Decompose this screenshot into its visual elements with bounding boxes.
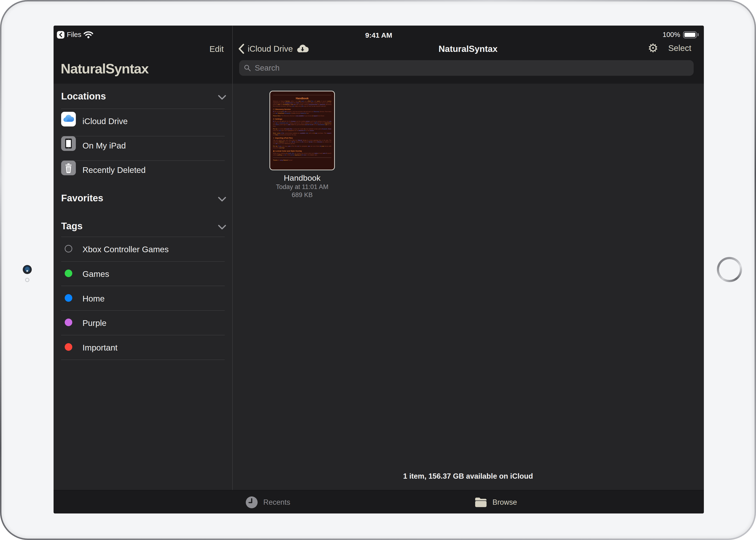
battery-icon xyxy=(683,31,697,38)
tag-circle-purple xyxy=(65,319,72,326)
doc-p: At the top left of the file browser, you… xyxy=(273,111,331,114)
items-status-text: 1 item, 156.37 GB available on iCloud xyxy=(232,472,704,480)
sidebar-item-icloud-drive[interactable]: iCloud Drive xyxy=(83,116,128,126)
sidebar-divider xyxy=(232,26,233,490)
divider xyxy=(61,359,225,360)
chevron-down-icon[interactable] xyxy=(218,95,226,100)
tab-recents[interactable]: Recents xyxy=(245,490,290,513)
divider xyxy=(61,286,225,286)
search-icon xyxy=(244,65,251,71)
home-button[interactable] xyxy=(717,257,742,282)
ambient-light-sensor xyxy=(25,278,29,282)
edit-button[interactable]: Edit xyxy=(54,44,224,54)
tab-recents-label: Recents xyxy=(263,498,290,507)
front-camera xyxy=(23,265,32,274)
doc-p: You can import your own ePub files into … xyxy=(273,140,331,144)
doc-section-icon: ⚙ xyxy=(273,118,275,120)
select-button[interactable]: Select xyxy=(668,43,691,53)
doc-p: Please Note: The Discovery Service is on… xyxy=(273,115,331,117)
doc-p: Welcome to Natural Syntax, within it you… xyxy=(273,100,331,107)
divider xyxy=(61,160,225,161)
doc-p: Thanks for using Natural Syntax! xyxy=(273,159,331,161)
doc-section-icon: ▣ xyxy=(273,150,275,152)
doc-p: At the top right of both the file browse… xyxy=(273,121,331,127)
doc-title: Handbook xyxy=(273,97,331,100)
divider xyxy=(61,335,225,336)
nav-actions: ⚙ Select xyxy=(648,42,691,54)
ipad-device-frame: Files 9:41 AM 100% Edit NaturalSyntax Lo… xyxy=(0,0,756,540)
page-title: NaturalSyntax xyxy=(232,44,704,54)
tab-bar: Recents Browse xyxy=(54,490,704,513)
icloud-drive-icon[interactable] xyxy=(61,112,76,126)
doc-p: Pro tip: If you only have your ePub file… xyxy=(273,145,331,149)
sidebar-app-title: NaturalSyntax xyxy=(61,61,149,76)
divider xyxy=(61,237,225,237)
doc-p: While you're reading your book, you can … xyxy=(273,153,331,156)
tag-circle-games xyxy=(65,270,72,277)
screenshot-stage: { "status_bar": { "back_app": "Files", "… xyxy=(0,0,756,540)
status-bar-right: 100% xyxy=(662,31,699,39)
battery-nub xyxy=(697,33,699,36)
doc-p: Note: some of the customization options … xyxy=(273,132,331,136)
trash-icon[interactable] xyxy=(61,161,76,175)
tab-browse[interactable]: Browse xyxy=(474,490,517,513)
doc-p: Pro tip: a number of people like to setu… xyxy=(273,128,331,131)
file-modified-date: Today at 11:01 AM xyxy=(270,183,335,191)
screen: Files 9:41 AM 100% Edit NaturalSyntax Lo… xyxy=(54,26,704,513)
clock-icon xyxy=(245,496,258,509)
gear-icon[interactable]: ⚙ xyxy=(648,42,659,54)
doc-h: ◫Discovery Service xyxy=(273,108,331,110)
doc-h: ⚙Settings xyxy=(273,118,331,120)
file-thumbnail-handbook[interactable]: HandbookWelcome to Natural Syntax, withi… xyxy=(270,91,335,170)
chevron-down-icon[interactable] xyxy=(218,197,226,202)
sidebar-item-tag-home[interactable]: Home xyxy=(83,294,104,303)
section-header-tags[interactable]: Tags xyxy=(61,221,83,231)
divider xyxy=(61,310,225,311)
section-header-locations[interactable]: Locations xyxy=(61,91,106,102)
doc-section-icon: ◫ xyxy=(273,108,275,110)
battery-percent-label: 100% xyxy=(662,31,680,39)
doc-h: ⇩Importing ePub Files xyxy=(273,137,331,139)
sidebar-item-tag-purple[interactable]: Purple xyxy=(83,318,106,328)
file-name[interactable]: Handbook xyxy=(270,173,335,183)
file-size: 689 KB xyxy=(270,192,335,199)
tab-browse-label: Browse xyxy=(492,498,517,507)
chevron-down-icon[interactable] xyxy=(218,224,226,230)
sidebar-item-tag-games[interactable]: Games xyxy=(83,269,109,279)
search-placeholder: Search xyxy=(255,64,280,72)
sidebar-item-on-my-ipad[interactable]: On My iPad xyxy=(83,141,126,150)
divider xyxy=(61,261,225,262)
folder-icon xyxy=(474,497,487,508)
tag-circle-important xyxy=(65,343,72,351)
sidebar-item-recently-deleted[interactable]: Recently Deleted xyxy=(83,165,146,175)
doc-section-icon: ⇩ xyxy=(273,137,275,139)
front-camera-glint xyxy=(26,270,28,272)
doc-h: ▣Lexical Color and Style Overlay xyxy=(273,150,331,152)
sidebar-item-tag-xbox[interactable]: Xbox Controller Games xyxy=(83,245,169,254)
divider xyxy=(61,108,225,109)
status-bar-clock: 9:41 AM xyxy=(54,31,704,39)
tag-circle-xbox xyxy=(65,245,72,252)
divider xyxy=(61,136,225,136)
sidebar-item-tag-important[interactable]: Important xyxy=(83,343,117,352)
tag-circle-home xyxy=(65,294,72,302)
search-input[interactable]: Search xyxy=(239,60,694,76)
section-header-favorites[interactable]: Favorites xyxy=(61,193,103,203)
ipad-icon[interactable] xyxy=(61,136,76,151)
